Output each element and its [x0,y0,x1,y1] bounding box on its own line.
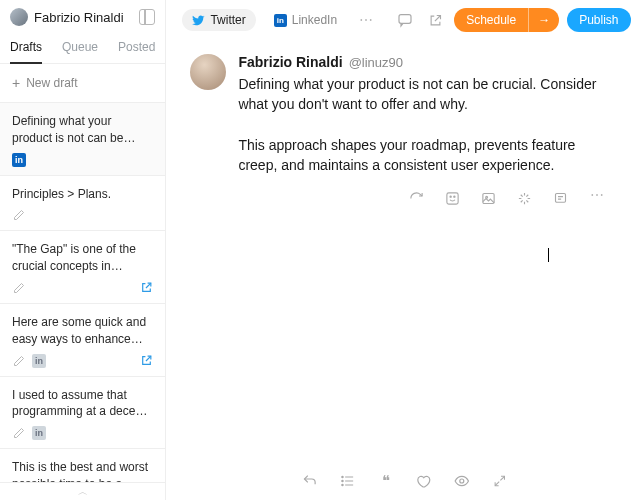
quote-icon[interactable]: ❝ [375,470,397,492]
plus-icon: + [12,76,20,90]
channel-twitter[interactable]: Twitter [182,9,255,31]
user-avatar[interactable] [10,8,28,26]
tab-posted[interactable]: Posted [118,34,155,63]
pencil-icon [12,281,26,295]
sparkle-icon[interactable] [514,187,536,209]
inline-toolbar: ⋯ [166,175,640,209]
main-area: Twitter in LinkedIn ⋯ Schedule → Publish… [166,0,640,500]
emoji-icon[interactable] [442,187,464,209]
draft-item[interactable]: Defining what your product is not can be… [0,103,165,176]
pencil-icon [12,426,26,440]
sidebar: Fabrizio Rinaldi Drafts Queue Posted + N… [0,0,166,500]
publish-button[interactable]: Publish [567,8,630,32]
pencil-icon [12,354,26,368]
comment-icon[interactable] [394,9,416,31]
refresh-icon[interactable] [406,187,428,209]
linkedin-icon: in [32,426,46,440]
draft-item[interactable]: "The Gap" is one of the crucial concepts… [0,231,165,304]
share-icon[interactable] [424,9,446,31]
new-draft-button[interactable]: + New draft [0,64,165,103]
pencil-icon [12,208,26,222]
channel-linkedin[interactable]: in LinkedIn [264,9,347,31]
note-icon[interactable] [550,187,572,209]
svg-point-2 [450,196,451,197]
svg-point-8 [342,480,343,481]
draft-item[interactable]: I used to assume that programming at a d… [0,377,165,450]
twitter-icon [192,14,205,27]
drafts-list: Defining what your product is not can be… [0,103,165,482]
draft-item[interactable]: This is the best and worst possible time… [0,449,165,482]
bottom-toolbar: ❝ [299,470,511,492]
svg-point-3 [454,196,455,197]
schedule-button-group: Schedule → [454,8,559,32]
author-avatar [190,54,226,90]
expand-icon[interactable] [489,470,511,492]
heart-icon[interactable] [413,470,435,492]
list-icon[interactable] [337,470,359,492]
svg-point-7 [342,476,343,477]
text-caret [548,248,549,262]
svg-rect-4 [483,193,494,203]
author-handle: @linuz90 [349,55,403,70]
panel-toggle-icon[interactable] [139,9,155,25]
svg-point-10 [460,479,464,483]
svg-rect-1 [447,193,458,204]
tab-drafts[interactable]: Drafts [10,34,42,64]
preview-icon[interactable] [451,470,473,492]
channel-twitter-label: Twitter [210,13,245,27]
linkedin-icon: in [12,153,26,167]
sidebar-header: Fabrizio Rinaldi [0,0,165,34]
sidebar-tabs: Drafts Queue Posted [0,34,165,64]
more-tools[interactable]: ⋯ [586,187,609,209]
svg-rect-6 [556,193,566,202]
schedule-dropdown[interactable]: → [528,8,559,32]
compose-area: Fabrizio Rinaldi @linuz90 Defining what … [166,40,640,175]
external-link-icon[interactable] [139,281,153,295]
topbar: Twitter in LinkedIn ⋯ Schedule → Publish [166,0,640,40]
schedule-button[interactable]: Schedule [454,8,528,32]
svg-rect-0 [399,15,411,24]
draft-item[interactable]: Here are some quick and easy ways to enh… [0,304,165,377]
more-channels[interactable]: ⋯ [355,12,378,28]
channel-linkedin-label: LinkedIn [292,13,337,27]
linkedin-icon: in [32,354,46,368]
post-text-input[interactable]: Defining what your product is not can be… [238,74,606,175]
new-draft-label: New draft [26,76,77,90]
sidebar-collapse[interactable]: ︿ [0,482,165,500]
reply-icon[interactable] [299,470,321,492]
user-name: Fabrizio Rinaldi [34,10,133,25]
tab-queue[interactable]: Queue [62,34,98,63]
svg-point-9 [342,484,343,485]
draft-item[interactable]: Principles > Plans. [0,176,165,232]
linkedin-icon: in [274,14,287,27]
image-icon[interactable] [478,187,500,209]
external-link-icon[interactable] [139,354,153,368]
author-name: Fabrizio Rinaldi [238,54,342,70]
